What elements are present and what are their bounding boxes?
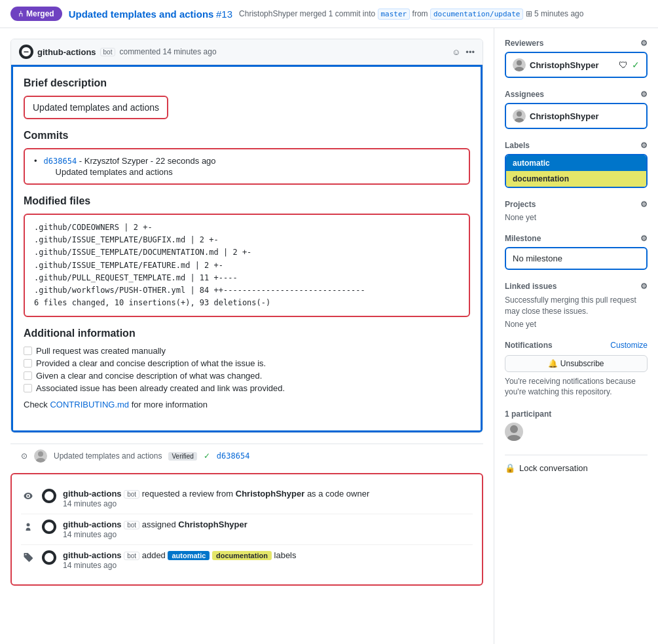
commit-sha-link[interactable]: d638654 [217, 451, 250, 461]
bullet: • [34, 156, 37, 166]
brief-description-title: Brief description [24, 77, 470, 89]
file-line: .github/workflows/PUSH-OTHER.yml | 84 ++… [34, 284, 460, 297]
contributing-link[interactable]: CONTRIBUTING.md [50, 400, 129, 409]
notifications-label: Notifications [505, 341, 553, 350]
svg-point-7 [507, 435, 521, 441]
bot-avatar [19, 45, 33, 59]
left-column: github-actions bot commented 14 minutes … [0, 28, 494, 644]
shield-icon: 🛡 [619, 60, 628, 70]
description-box: Updated templates and actions [24, 96, 168, 119]
pr-title-link[interactable]: Updated templates and actions [69, 9, 214, 20]
timeline-avatar [34, 449, 47, 463]
verified-badge: Verified [168, 452, 196, 461]
activity-bot-badge: bot [124, 552, 139, 560]
comment-actor: github-actions [37, 47, 96, 57]
label-documentation-inline: documentation [212, 551, 272, 560]
assignee-box: ChristophShyper [505, 103, 648, 129]
pr-meta: ChristophShyper merged 1 commit into mas… [239, 9, 583, 18]
from-text: from [412, 9, 428, 18]
commit-list: • d638654 - Krzysztof Szyper - 22 second… [24, 148, 470, 185]
smiley-icon[interactable]: ☺ [452, 47, 460, 57]
file-line: .github/CODEOWNERS | 2 +- [34, 221, 460, 234]
activity-row: github-actions bot added automatic docum… [21, 544, 473, 575]
svg-point-3 [515, 67, 524, 71]
unsubscribe-button[interactable]: 🔔 Unsubscribe [505, 355, 648, 372]
file-line: .github/ISSUE_TEMPLATE/DOCUMENTATION.md … [34, 246, 460, 259]
milestone-label: Milestone ⚙ [505, 234, 648, 243]
pr-header: ⑃ Merged Updated templates and actions #… [0, 0, 658, 28]
linked-issues-section: Linked issues ⚙ Successfully merging thi… [505, 282, 648, 329]
labels-label: Labels ⚙ [505, 141, 648, 150]
lock-conversation[interactable]: 🔒 Lock conversation [505, 463, 648, 473]
activity-bot-avatar [42, 520, 56, 534]
commits-title: Commits [24, 130, 470, 142]
label-automatic-inline: automatic [168, 551, 210, 560]
projects-gear-icon[interactable]: ⚙ [640, 200, 648, 209]
assignee-avatar [513, 109, 526, 123]
commit-item: • d638654 - Krzysztof Szyper - 22 second… [34, 156, 460, 177]
activity-suffix: as a code owner [307, 489, 369, 499]
timeline-commit-message: Updated templates and actions [54, 451, 162, 461]
lock-icon: 🔒 [505, 463, 515, 473]
svg-point-2 [517, 60, 522, 66]
comment-box: github-actions bot commented 14 minutes … [10, 39, 483, 433]
master-branch[interactable]: master [378, 9, 411, 20]
labels-gear-icon[interactable]: ⚙ [640, 141, 648, 150]
tag-icon [21, 550, 35, 565]
files-box: .github/CODEOWNERS | 2 +-.github/ISSUE_T… [24, 214, 470, 317]
reviewers-label: Reviewers ⚙ [505, 39, 648, 48]
checkbox[interactable] [24, 359, 32, 368]
file-line: .github/ISSUE_TEMPLATE/FEATURE.md | 2 +- [34, 259, 460, 272]
activity-time: 14 minutes ago [63, 499, 369, 508]
svg-point-1 [36, 458, 45, 463]
activity-bot-avatar [42, 489, 56, 503]
additional-info-section: Additional information Pull request was … [24, 328, 470, 409]
projects-none: None yet [505, 213, 648, 222]
activity-time: 14 minutes ago [63, 561, 297, 570]
commit-hash-link[interactable]: d638654 [44, 157, 77, 166]
activity-box: github-actions bot requested a review fr… [10, 473, 483, 586]
activity-actor: github-actions [63, 489, 122, 499]
svg-point-4 [517, 111, 522, 117]
reviewer-row: ChristophShyper 🛡 ✓ [513, 58, 640, 71]
commit-timeline: ⊙ Updated templates and actions Verified… [10, 444, 483, 468]
labels-section: Labels ⚙ automatic documentation [505, 141, 648, 188]
assignees-gear-icon[interactable]: ⚙ [640, 90, 648, 99]
reviewer-name: ChristophShyper [530, 60, 615, 70]
reviewer-avatar [513, 58, 526, 71]
file-line: .github/ISSUE_TEMPLATE/BUGFIX.md | 2 +- [34, 234, 460, 246]
linked-issues-gear-icon[interactable]: ⚙ [640, 282, 648, 291]
merged-label: Merged [26, 9, 54, 18]
checkbox[interactable] [24, 371, 32, 380]
svg-point-0 [38, 451, 43, 457]
activity-bot-avatar [42, 550, 56, 565]
label-automatic[interactable]: automatic [506, 155, 646, 171]
more-options-icon[interactable]: ••• [466, 47, 475, 57]
timeline-dot: ⊙ [21, 451, 27, 461]
commit-message: Updated templates and actions [44, 167, 216, 177]
activity-row: github-actions bot assigned ChristophShy… [21, 514, 473, 544]
checkbox[interactable] [24, 384, 32, 392]
lock-label: Lock conversation [519, 463, 588, 473]
pr-time: 5 minutes ago [534, 9, 583, 18]
reviewers-gear-icon[interactable]: ⚙ [640, 39, 648, 48]
milestone-gear-icon[interactable]: ⚙ [640, 234, 648, 243]
checkbox[interactable] [24, 347, 32, 355]
comment-header-icons: ☺ ••• [452, 47, 475, 57]
label-documentation[interactable]: documentation [506, 171, 646, 187]
assignee-row: ChristophShyper [513, 109, 640, 123]
pr-meta-text: ChristophShyper merged 1 commit into [239, 9, 375, 18]
linked-issues-none: None yet [505, 320, 648, 329]
activity-row: github-actions bot requested a review fr… [21, 483, 473, 514]
eye-icon [21, 489, 35, 503]
modified-files-title: Modified files [24, 195, 470, 207]
projects-section: Projects ⚙ None yet [505, 200, 648, 222]
commit-author: - Krzysztof Szyper - 22 seconds ago [79, 156, 216, 166]
source-branch[interactable]: documentation/update [430, 9, 523, 20]
person-icon [21, 520, 35, 534]
description-text: Updated templates and actions [33, 102, 159, 113]
file-line: 6 files changed, 10 insertions(+), 93 de… [34, 297, 460, 309]
milestone-value: No milestone [513, 254, 562, 263]
customize-link[interactable]: Customize [610, 341, 648, 350]
activity-bot-badge: bot [124, 490, 139, 499]
